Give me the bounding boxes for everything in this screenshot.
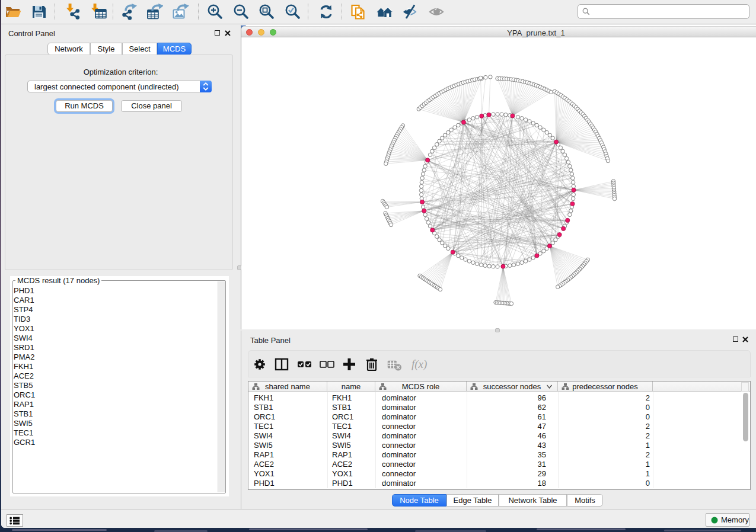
svg-text:f(x): f(x) (412, 358, 427, 371)
